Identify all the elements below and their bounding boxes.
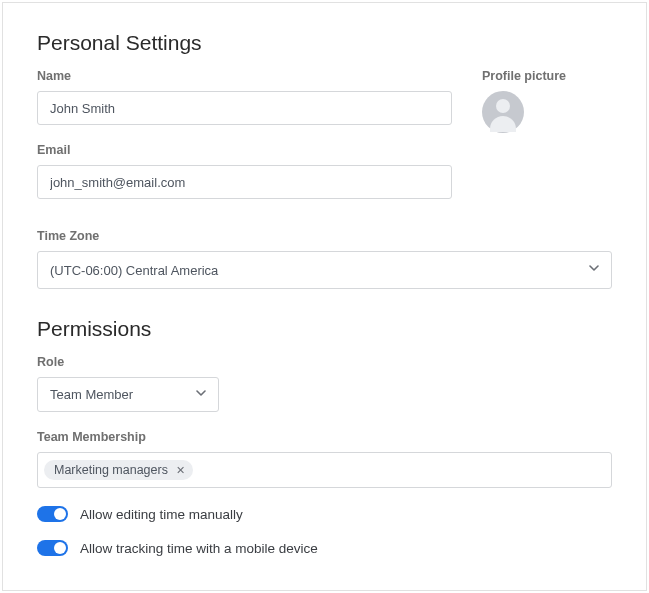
role-label: Role: [37, 355, 612, 369]
name-field-block: Name: [37, 69, 452, 125]
settings-panel: Personal Settings Name Email Profile pic…: [2, 2, 647, 591]
timezone-label: Time Zone: [37, 229, 612, 243]
timezone-value: (UTC-06:00) Central America: [50, 263, 218, 278]
chevron-down-icon: [196, 390, 206, 400]
toggle-mobile-row: Allow tracking time with a mobile device: [37, 540, 612, 556]
email-field-block: Email: [37, 143, 452, 199]
email-label: Email: [37, 143, 452, 157]
toggle-mobile-tracking[interactable]: [37, 540, 68, 556]
membership-chip: Marketing managers ✕: [44, 460, 193, 480]
permissions-section: Permissions Role Team Member Team Member…: [37, 317, 612, 556]
personal-top-row: Name Email Profile picture: [37, 69, 612, 217]
close-icon[interactable]: ✕: [174, 464, 187, 477]
personal-right-col: Profile picture: [482, 69, 612, 217]
membership-chip-label: Marketing managers: [54, 463, 168, 477]
role-value: Team Member: [50, 387, 133, 402]
membership-input[interactable]: Marketing managers ✕: [37, 452, 612, 488]
toggle-edit-row: Allow editing time manually: [37, 506, 612, 522]
role-field-block: Role Team Member: [37, 355, 612, 412]
toggle-edit-manually[interactable]: [37, 506, 68, 522]
personal-settings-heading: Personal Settings: [37, 31, 612, 55]
personal-left-col: Name Email: [37, 69, 452, 217]
toggle-mobile-label: Allow tracking time with a mobile device: [80, 541, 318, 556]
chevron-down-icon: [589, 265, 599, 275]
email-input[interactable]: [37, 165, 452, 199]
name-input[interactable]: [37, 91, 452, 125]
membership-label: Team Membership: [37, 430, 612, 444]
avatar[interactable]: [482, 91, 524, 133]
profile-picture-label: Profile picture: [482, 69, 612, 83]
toggle-edit-label: Allow editing time manually: [80, 507, 243, 522]
name-label: Name: [37, 69, 452, 83]
role-select[interactable]: Team Member: [37, 377, 219, 412]
membership-field-block: Team Membership Marketing managers ✕: [37, 430, 612, 488]
timezone-field-block: Time Zone (UTC-06:00) Central America: [37, 229, 612, 289]
permissions-heading: Permissions: [37, 317, 612, 341]
timezone-select[interactable]: (UTC-06:00) Central America: [37, 251, 612, 289]
